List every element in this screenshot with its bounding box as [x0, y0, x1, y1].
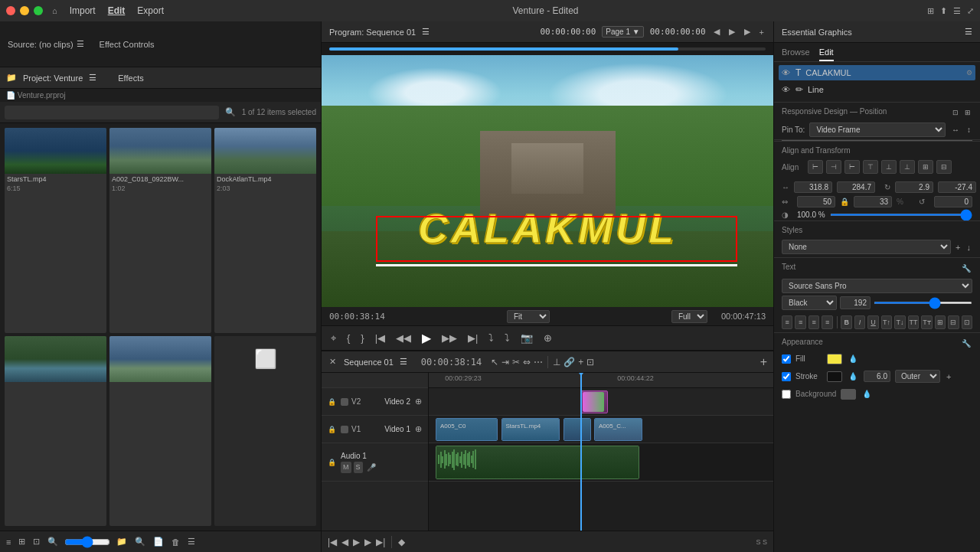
previous-frame-btn[interactable]: ◀	[712, 25, 721, 38]
track-v2[interactable]: CAL	[429, 388, 773, 416]
align-vcenter-btn[interactable]: ⊥	[881, 160, 897, 174]
pin-h-btn[interactable]: ↔	[950, 124, 961, 136]
list-view-btn[interactable]: ≡	[5, 536, 12, 548]
opacity-slider[interactable]	[830, 214, 972, 216]
eye-icon-calakmul[interactable]: 👁	[782, 68, 791, 77]
new-bin-btn[interactable]: 📁	[115, 535, 129, 548]
tab-source[interactable]: Source: (no clips) ☰	[8, 39, 84, 49]
layer-line[interactable]: 👁 ✏ Line	[779, 82, 975, 97]
track-a1[interactable]	[429, 443, 773, 482]
quality-dropdown[interactable]: Full1/21/4	[671, 310, 707, 323]
align-left-text-btn[interactable]: ≡	[782, 315, 792, 329]
tl-marker-btn[interactable]: ◆	[398, 537, 405, 547]
rot-input[interactable]	[895, 181, 933, 193]
track-lock-a1[interactable]: 🔒	[326, 457, 338, 468]
tl-insert-btn[interactable]: +	[578, 357, 583, 367]
fill-eyedropper-icon[interactable]: 💧	[847, 353, 859, 364]
stroke-color-swatch[interactable]	[827, 371, 842, 382]
icon-search[interactable]: 🔍	[224, 106, 237, 119]
source-menu-icon[interactable]: ☰	[77, 39, 84, 49]
text-caps-btn[interactable]: TT	[908, 315, 919, 329]
step-fwd-btn[interactable]: ▶▶	[439, 331, 460, 345]
track-lock-v2[interactable]: 🔒	[326, 397, 338, 407]
rot2-input[interactable]	[938, 181, 976, 193]
track-lock-v1[interactable]: 🔒	[326, 424, 338, 435]
fill-checkbox[interactable]	[782, 354, 791, 364]
effects-tab[interactable]: Effects	[118, 73, 143, 83]
text-wrench-icon[interactable]: 🔧	[960, 263, 972, 274]
font-size-slider[interactable]	[874, 302, 972, 304]
clip-block-graphics[interactable]: CAL	[580, 390, 608, 413]
mark-in-btn[interactable]: ⌖	[328, 331, 339, 346]
tl-step-back-btn[interactable]: ◀	[341, 537, 348, 547]
track-v1[interactable]: A005_C0 StarsTL.mp4	[429, 416, 773, 443]
layer-calakmul[interactable]: 👁 T CALAKMUL ⚙	[779, 65, 975, 80]
zoom-slider[interactable]	[64, 536, 110, 548]
project-menu-icon[interactable]: ☰	[89, 73, 96, 83]
styles-delete-btn[interactable]: ↓	[965, 241, 973, 253]
align-left-btn[interactable]: ⊢	[808, 160, 823, 174]
align-center-text-btn[interactable]: ≡	[795, 315, 805, 329]
align-right-btn[interactable]: ⊢	[844, 160, 860, 174]
align-bottom-btn[interactable]: ⊥	[900, 160, 915, 174]
stroke-width-input[interactable]	[864, 371, 890, 382]
export-frame-btn[interactable]: 📷	[518, 331, 536, 345]
font-size-input[interactable]	[840, 296, 871, 309]
text-subscript-btn[interactable]: T↓	[894, 315, 905, 329]
menu-edit[interactable]: Edit	[108, 5, 126, 16]
distribute-v-btn[interactable]: ⊟	[936, 160, 952, 174]
bg-checkbox[interactable]	[782, 390, 791, 399]
scrubber-bar[interactable]	[322, 43, 773, 55]
add-stroke-btn[interactable]: +	[945, 371, 952, 383]
clip-block-audio[interactable]	[436, 446, 639, 479]
mark-out-btn[interactable]: {	[344, 331, 353, 345]
menu-import[interactable]: Import	[70, 5, 96, 16]
panel-menu-btn[interactable]: ☰	[186, 535, 197, 548]
responsive-btn-2[interactable]: ⊞	[963, 107, 972, 118]
list-item[interactable]	[214, 336, 316, 526]
reset-input[interactable]	[934, 196, 972, 207]
layer-settings-icon[interactable]: ⚙	[966, 69, 972, 77]
stroke-checkbox[interactable]	[782, 372, 791, 381]
responsive-btn-1[interactable]: ⊡	[951, 107, 960, 118]
solo-btn-a1[interactable]: S	[354, 462, 363, 473]
font-style-select[interactable]: BlackBoldRegular	[782, 296, 837, 310]
add-track-btn[interactable]: +	[760, 355, 767, 369]
text-superscript-btn[interactable]: T↑	[881, 315, 892, 329]
list-item[interactable]	[109, 336, 211, 526]
mark-clip-btn[interactable]: }	[358, 331, 367, 345]
tab-effect-controls[interactable]: Effect Controls	[100, 40, 155, 49]
fill-color-swatch[interactable]	[827, 354, 842, 364]
bg-color-swatch[interactable]	[841, 389, 856, 400]
clip-block-a005[interactable]: A005_C0	[436, 418, 498, 441]
pos-y-input[interactable]	[837, 181, 875, 193]
styles-select[interactable]: None	[782, 240, 951, 254]
text-small-caps-btn[interactable]: Tᴛ	[921, 315, 932, 329]
btn-extra[interactable]: ⊕	[541, 331, 555, 345]
timeline-menu-icon[interactable]: ☰	[400, 357, 407, 367]
eg-menu-icon[interactable]: ☰	[965, 27, 972, 37]
text-bold-btn[interactable]: B	[841, 315, 851, 329]
stroke-type-select[interactable]: OuterCenterInner	[895, 370, 940, 383]
tl-razor-btn[interactable]: ✂	[512, 357, 520, 367]
pos-x-input[interactable]	[794, 181, 832, 193]
align-right-text-btn[interactable]: ≡	[808, 315, 819, 329]
step-back-btn[interactable]: ◀◀	[393, 331, 414, 345]
next-frame-btn[interactable]: ▶	[743, 25, 752, 38]
styles-create-btn[interactable]: +	[954, 241, 962, 253]
reset-icon[interactable]: ↺	[919, 198, 929, 206]
go-to-out-btn[interactable]: ▶|	[465, 331, 481, 345]
home-icon[interactable]: ⌂	[52, 6, 57, 15]
bg-eyedropper-icon[interactable]: 💧	[861, 388, 873, 400]
scale-h-input[interactable]	[854, 196, 892, 207]
share-icon[interactable]: ⬆	[940, 6, 947, 16]
insert-btn[interactable]: ⤵	[485, 331, 497, 345]
play-monitor-btn[interactable]: ▶	[727, 25, 737, 38]
text-kern-btn[interactable]: ⊡	[962, 315, 972, 329]
distribute-h-btn[interactable]: ⊞	[918, 160, 933, 174]
minimize-button[interactable]	[20, 6, 29, 15]
menu-export[interactable]: Export	[137, 5, 164, 16]
tl-more-btn[interactable]: ⋯	[534, 357, 543, 367]
mic-btn-a1[interactable]: 🎤	[365, 462, 377, 473]
tl-slip-btn[interactable]: ⇔	[523, 357, 531, 367]
